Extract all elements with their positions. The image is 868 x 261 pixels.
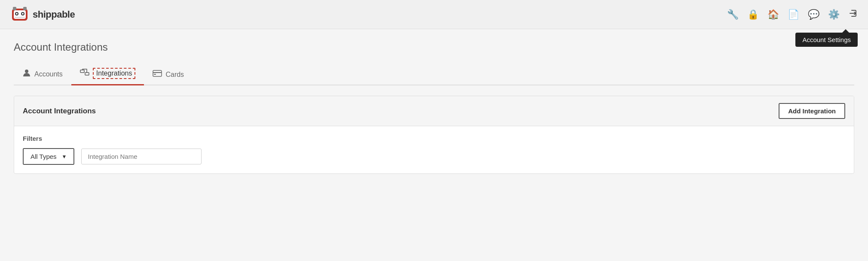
filters-label: Filters xyxy=(23,135,845,142)
tab-accounts[interactable]: Accounts xyxy=(14,64,71,85)
tabs-container: Accounts Integrations xyxy=(14,64,854,85)
brand: shippable xyxy=(10,5,75,24)
home-icon[interactable]: 🏠 xyxy=(767,9,779,20)
tab-cards-label: Cards xyxy=(165,71,184,79)
page-content: Account Integrations Accounts xyxy=(0,29,868,174)
account-integrations-panel: Account Integrations Add Integration Fil… xyxy=(14,96,854,174)
credit-card-icon xyxy=(153,70,162,77)
person-icon xyxy=(22,69,31,77)
cards-icon xyxy=(153,70,162,79)
svg-rect-6 xyxy=(15,17,25,18)
svg-rect-11 xyxy=(80,70,84,73)
svg-rect-15 xyxy=(154,74,156,75)
logout-icon[interactable] xyxy=(848,9,858,21)
brand-name: shippable xyxy=(33,9,75,20)
svg-rect-7 xyxy=(13,7,16,10)
type-filter-dropdown[interactable]: All Types ▼ xyxy=(23,148,74,165)
tab-integrations-label: Integrations xyxy=(93,68,136,79)
page-title: Account Integrations xyxy=(14,41,854,53)
shippable-logo-icon xyxy=(10,5,29,24)
integration-arrows-icon xyxy=(80,68,89,77)
tab-cards[interactable]: Cards xyxy=(144,65,193,85)
add-integration-button[interactable]: Add Integration xyxy=(779,103,845,119)
svg-rect-8 xyxy=(23,7,27,10)
tab-accounts-label: Accounts xyxy=(34,70,63,78)
lock-icon[interactable]: 🔒 xyxy=(747,9,759,20)
dropdown-caret-icon: ▼ xyxy=(62,154,67,160)
panel-body: Filters All Types ▼ xyxy=(14,126,854,173)
settings-icon[interactable]: ⚙️ xyxy=(828,9,840,20)
svg-rect-13 xyxy=(153,70,162,76)
account-settings-tooltip: Account Settings xyxy=(795,33,858,47)
document-icon[interactable]: 📄 xyxy=(788,9,799,20)
svg-rect-12 xyxy=(85,73,89,75)
integration-name-input[interactable] xyxy=(81,149,202,164)
chat-icon[interactable]: 💬 xyxy=(808,9,819,20)
svg-point-10 xyxy=(25,70,28,73)
dropdown-label: All Types xyxy=(31,153,57,160)
navbar-icons: 🔧 🔒 🏠 📄 💬 ⚙️ xyxy=(727,9,858,21)
svg-point-4 xyxy=(16,13,18,15)
integrations-icon xyxy=(80,68,89,79)
accounts-icon xyxy=(22,69,31,79)
panel-header: Account Integrations Add Integration xyxy=(14,96,854,126)
filters-row: All Types ▼ xyxy=(23,148,845,165)
tab-integrations[interactable]: Integrations xyxy=(71,64,144,85)
wrench-icon[interactable]: 🔧 xyxy=(727,9,739,20)
logout-arrow-icon xyxy=(848,9,858,18)
svg-point-5 xyxy=(22,13,24,15)
navbar: shippable 🔧 🔒 🏠 📄 💬 ⚙️ Account Settings xyxy=(0,0,868,29)
panel-title: Account Integrations xyxy=(23,107,96,115)
